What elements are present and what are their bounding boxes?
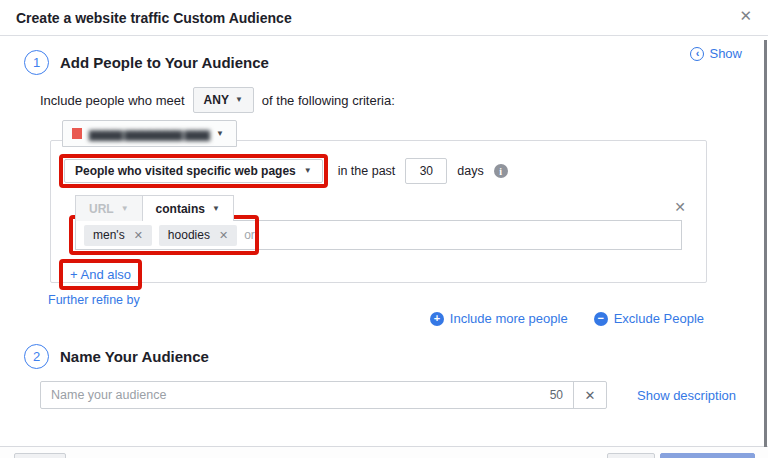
visitor-event-dropdown[interactable]: People who visited specific web pages ▼ (64, 159, 323, 183)
keyword-tag-label: hoodies (168, 228, 210, 242)
include-more-people-link[interactable]: + Include more people (430, 311, 568, 326)
match-criteria-row: Include people who meet ANY ▼ of the fol… (40, 87, 395, 113)
plus-circle-icon: + (430, 312, 444, 326)
caret-down-icon: ▼ (235, 96, 243, 104)
criteria-panel: People who visited specific web pages ▼ … (50, 140, 707, 283)
caret-down-icon: ▼ (216, 130, 224, 138)
audience-name-field: 50 ✕ (40, 381, 607, 409)
and-also-row: + And also (59, 259, 682, 290)
show-link[interactable]: ‹ Show (690, 46, 742, 61)
keyword-tag: hoodies ✕ (159, 225, 237, 246)
info-icon: i (494, 164, 508, 178)
footer-confirm-button[interactable] (660, 453, 755, 458)
clear-name-icon[interactable]: ✕ (574, 388, 606, 403)
match-type-dropdown[interactable]: ANY ▼ (193, 87, 254, 113)
pixel-source-dropdown[interactable]: ▆▆▆▆ ▆▆▆▆▆▆▆ ▆▆▆ ▼ (62, 120, 237, 147)
audience-name-row: 50 ✕ Show description (40, 381, 744, 409)
contains-operator-dropdown[interactable]: contains ▼ (142, 195, 234, 221)
audience-name-input[interactable] (41, 388, 540, 402)
exclude-people-link[interactable]: − Exclude People (594, 311, 704, 326)
or-placeholder: or (244, 228, 255, 242)
url-keywords-input[interactable]: men's ✕ hoodies ✕ or (75, 220, 682, 250)
footer-cancel-button[interactable] (607, 453, 655, 458)
include-more-label: Include more people (450, 311, 568, 326)
step2-title: Name Your Audience (60, 348, 209, 365)
retention-days-input[interactable] (405, 158, 447, 184)
show-description-link[interactable]: Show description (637, 388, 736, 403)
chevron-left-circle-icon: ‹ (690, 47, 704, 61)
include-row-prefix: Include people who meet (40, 93, 185, 108)
and-also-link[interactable]: + And also (64, 264, 137, 285)
modal-footer (0, 446, 768, 458)
pixel-icon (72, 128, 82, 139)
minus-circle-icon: − (594, 312, 608, 326)
exclude-label: Exclude People (614, 311, 704, 326)
annotation-highlight-event-dropdown: People who visited specific web pages ▼ (59, 154, 328, 188)
further-refine-link[interactable]: Further refine by (48, 293, 140, 307)
step2-heading: 2 Name Your Audience (24, 344, 209, 369)
show-link-label: Show (709, 46, 742, 61)
caret-down-icon: ▼ (121, 205, 129, 213)
caret-down-icon: ▼ (304, 167, 312, 175)
footer-left-button[interactable] (14, 453, 66, 458)
pixel-name-redacted: ▆▆▆▆ ▆▆▆▆▆▆▆ ▆▆▆ (89, 127, 209, 141)
keyword-tag-label: men's (93, 228, 125, 242)
contains-tab-label: contains (156, 202, 205, 216)
url-rule-tabs: URL ▼ contains ▼ ✕ (75, 195, 682, 221)
visitor-event-value: People who visited specific web pages (75, 164, 296, 178)
annotation-highlight-and-also: + And also (59, 259, 142, 290)
remove-tag-icon[interactable]: ✕ (134, 230, 143, 241)
match-type-value: ANY (204, 93, 229, 107)
remove-rule-icon[interactable]: ✕ (674, 200, 686, 214)
url-tab-label: URL (89, 202, 114, 216)
remove-tag-icon[interactable]: ✕ (219, 230, 228, 241)
keyword-tag: men's ✕ (84, 225, 152, 246)
url-rule-box: URL ▼ contains ▼ ✕ men's ✕ hoodies ✕ (75, 195, 682, 250)
caret-down-icon: ▼ (212, 205, 220, 213)
close-icon[interactable]: ✕ (739, 8, 752, 23)
audience-actions-row: + Include more people − Exclude People (430, 311, 704, 326)
modal-header: Create a website traffic Custom Audience… (0, 0, 768, 36)
visitor-rule-row: People who visited specific web pages ▼ … (59, 154, 682, 188)
in-the-past-label: in the past (338, 164, 396, 178)
vertical-scrollbar[interactable] (764, 40, 767, 447)
step2-number-badge: 2 (24, 344, 49, 369)
days-label: days (457, 164, 483, 178)
modal-title: Create a website traffic Custom Audience (16, 10, 292, 26)
include-row-suffix: of the following criteria: (262, 93, 395, 108)
step1-title: Add People to Your Audience (60, 54, 269, 71)
step1-heading: 1 Add People to Your Audience (24, 50, 269, 75)
create-custom-audience-modal: Create a website traffic Custom Audience… (0, 0, 768, 458)
step1-number-badge: 1 (24, 50, 49, 75)
url-parameter-dropdown[interactable]: URL ▼ (75, 195, 143, 221)
char-count: 50 (540, 388, 573, 402)
